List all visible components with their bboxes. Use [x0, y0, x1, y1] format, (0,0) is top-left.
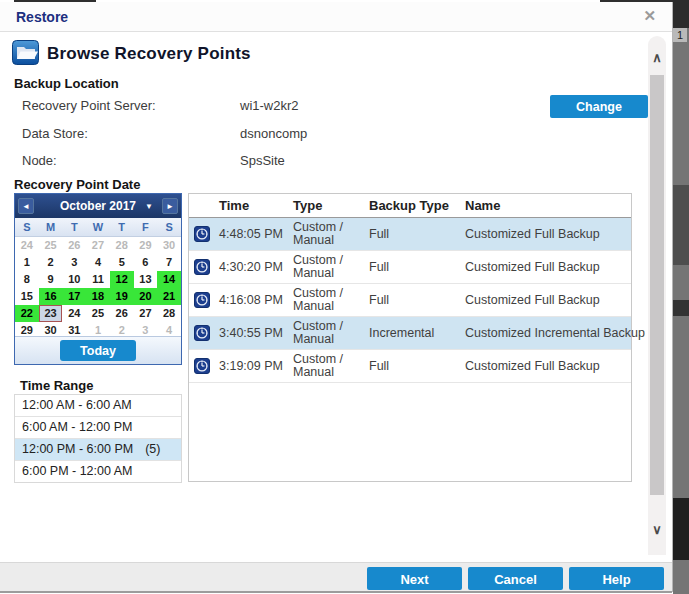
next-month-icon[interactable]: ►: [162, 198, 178, 214]
column-header-name: Name: [465, 194, 500, 217]
help-button[interactable]: Help: [569, 567, 664, 590]
calendar-day[interactable]: 1: [15, 254, 39, 271]
month-dropdown-icon[interactable]: ▼: [145, 202, 153, 211]
calendar-dow-label: T: [110, 218, 134, 236]
calendar-day[interactable]: 2: [39, 254, 63, 271]
calendar-day[interactable]: 28: [110, 237, 134, 254]
table-row[interactable]: 3:19:09 PMCustom / ManualFullCustomized …: [189, 350, 631, 383]
calendar-day[interactable]: 10: [62, 271, 86, 288]
clock-icon: [194, 226, 210, 242]
background-block: [673, 185, 689, 265]
calendar-day[interactable]: 17: [62, 288, 86, 305]
data-store-label: Data Store:: [22, 126, 88, 141]
background-text-fragment: 1: [673, 28, 687, 42]
calendar-day[interactable]: 28: [157, 305, 181, 322]
column-header-backup-type: Backup Type: [369, 194, 449, 217]
restore-dialog: Restore ✕ Browse Recovery Points Backup …: [0, 2, 673, 592]
cell-type: Custom / Manual: [293, 254, 359, 280]
calendar-day[interactable]: 29: [134, 237, 158, 254]
calendar-day[interactable]: 21: [157, 288, 181, 305]
calendar-day[interactable]: 25: [39, 237, 63, 254]
calendar-footer: Today: [15, 336, 181, 364]
cell-backup-type: Full: [369, 359, 389, 373]
background-block: [673, 300, 689, 316]
next-button[interactable]: Next: [367, 567, 462, 590]
cell-backup-type: Incremental: [369, 326, 434, 340]
table-row[interactable]: 4:16:08 PMCustom / ManualFullCustomized …: [189, 284, 631, 317]
calendar-day[interactable]: 13: [134, 271, 158, 288]
time-range-item[interactable]: 12:00 PM - 6:00 PM(5): [15, 439, 181, 461]
dialog-scrollbar[interactable]: ∧ ∨: [648, 36, 666, 555]
background-block: [673, 498, 689, 560]
folder-icon: [12, 40, 39, 65]
calendar-day[interactable]: 20: [134, 288, 158, 305]
cell-name: Customized Incremental Backup: [465, 326, 645, 340]
cell-name: Customized Full Backup: [465, 359, 600, 373]
table-row[interactable]: 4:30:20 PMCustom / ManualFullCustomized …: [189, 251, 631, 284]
cell-backup-type: Full: [369, 227, 389, 241]
cancel-button[interactable]: Cancel: [468, 567, 563, 590]
calendar-day[interactable]: 16: [39, 288, 63, 305]
node-label: Node:: [22, 153, 57, 168]
calendar-day[interactable]: 5: [110, 254, 134, 271]
recovery-point-server-label: Recovery Point Server:: [22, 98, 156, 113]
calendar-day[interactable]: 25: [86, 305, 110, 322]
calendar-day[interactable]: 19: [110, 288, 134, 305]
scroll-up-icon[interactable]: ∧: [648, 50, 666, 65]
cell-backup-type: Full: [369, 260, 389, 274]
dialog-title: Restore: [16, 9, 68, 25]
cell-time: 4:48:05 PM: [219, 227, 283, 241]
calendar-day[interactable]: 27: [86, 237, 110, 254]
calendar-day[interactable]: 15: [15, 288, 39, 305]
scroll-down-icon[interactable]: ∨: [648, 522, 666, 537]
clock-icon: [194, 358, 210, 374]
calendar-dow-label: W: [86, 218, 110, 236]
clock-icon: [194, 292, 210, 308]
scrollbar-thumb[interactable]: [650, 75, 664, 495]
calendar-day[interactable]: 23: [39, 305, 63, 322]
calendar-day[interactable]: 9: [39, 271, 63, 288]
calendar-day[interactable]: 12: [110, 271, 134, 288]
table-row[interactable]: 3:40:55 PMCustom / ManualIncrementalCust…: [189, 317, 631, 350]
clock-icon: [194, 325, 210, 341]
calendar-header: ◄ October 2017 ▼ ►: [15, 194, 181, 218]
dialog-footer: Next Cancel Help: [0, 562, 672, 591]
calendar-day[interactable]: 24: [62, 305, 86, 322]
calendar-day[interactable]: 26: [62, 237, 86, 254]
calendar-day[interactable]: 14: [157, 271, 181, 288]
cell-time: 4:16:08 PM: [219, 293, 283, 307]
recovery-points-table: Time Type Backup Type Name 4:48:05 PMCus…: [188, 193, 632, 482]
cell-time: 4:30:20 PM: [219, 260, 283, 274]
cell-name: Customized Full Backup: [465, 227, 600, 241]
time-range-item[interactable]: 6:00 AM - 12:00 PM: [15, 417, 181, 439]
cell-name: Customized Full Backup: [465, 293, 600, 307]
calendar-day[interactable]: 6: [134, 254, 158, 271]
calendar-day[interactable]: 30: [157, 237, 181, 254]
time-range-list: 12:00 AM - 6:00 AM6:00 AM - 12:00 PM12:0…: [14, 394, 182, 483]
table-body: 4:48:05 PMCustom / ManualFullCustomized …: [189, 218, 631, 383]
today-button[interactable]: Today: [60, 340, 136, 361]
calendar-day[interactable]: 26: [110, 305, 134, 322]
calendar-day[interactable]: 3: [62, 254, 86, 271]
calendar-day[interactable]: 7: [157, 254, 181, 271]
data-store-value: dsnoncomp: [240, 126, 307, 141]
time-range-item[interactable]: 12:00 AM - 6:00 AM: [15, 395, 181, 417]
column-header-type: Type: [293, 194, 322, 217]
calendar-day[interactable]: 8: [15, 271, 39, 288]
recovery-point-date-title: Recovery Point Date: [14, 177, 140, 192]
dialog-titlebar: Restore ✕: [0, 2, 672, 32]
recovery-point-server-value: wi1-w2kr2: [240, 98, 299, 113]
calendar-day[interactable]: 18: [86, 288, 110, 305]
change-button[interactable]: Change: [550, 95, 648, 118]
node-value: SpsSite: [240, 153, 285, 168]
table-header: Time Type Backup Type Name: [189, 194, 631, 218]
calendar-day[interactable]: 27: [134, 305, 158, 322]
close-icon[interactable]: ✕: [643, 7, 656, 25]
calendar-day[interactable]: 4: [86, 254, 110, 271]
calendar-day[interactable]: 11: [86, 271, 110, 288]
table-row[interactable]: 4:48:05 PMCustom / ManualFullCustomized …: [189, 218, 631, 251]
column-header-time: Time: [219, 194, 249, 217]
calendar-day[interactable]: 24: [15, 237, 39, 254]
calendar-day[interactable]: 22: [15, 305, 39, 322]
time-range-item[interactable]: 6:00 PM - 12:00 AM: [15, 461, 181, 482]
